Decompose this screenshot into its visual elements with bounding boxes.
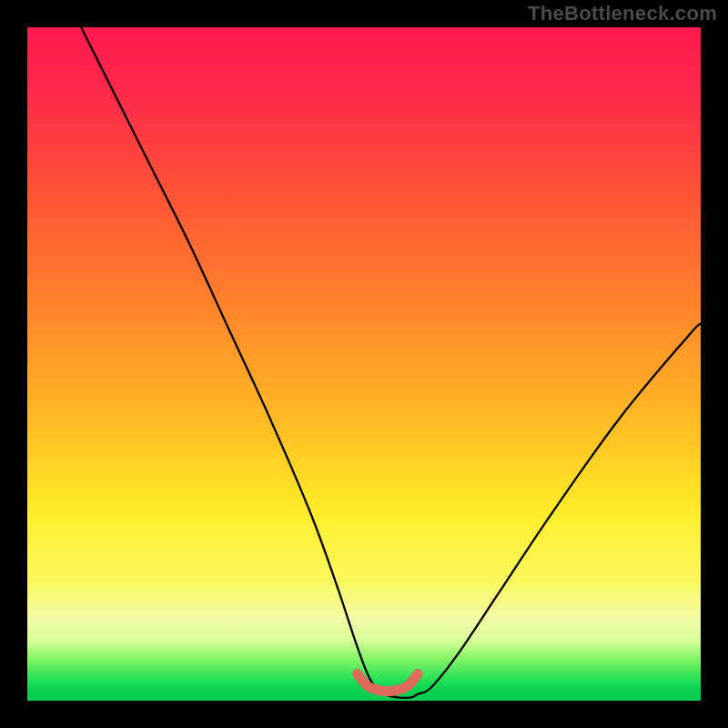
watermark-text: TheBottleneck.com (528, 2, 717, 25)
optimal-band-overlay (358, 673, 419, 691)
chart-frame: TheBottleneck.com (0, 0, 728, 728)
curve-layer (27, 27, 701, 701)
bottleneck-curve (81, 27, 701, 698)
plot-area (27, 27, 701, 701)
